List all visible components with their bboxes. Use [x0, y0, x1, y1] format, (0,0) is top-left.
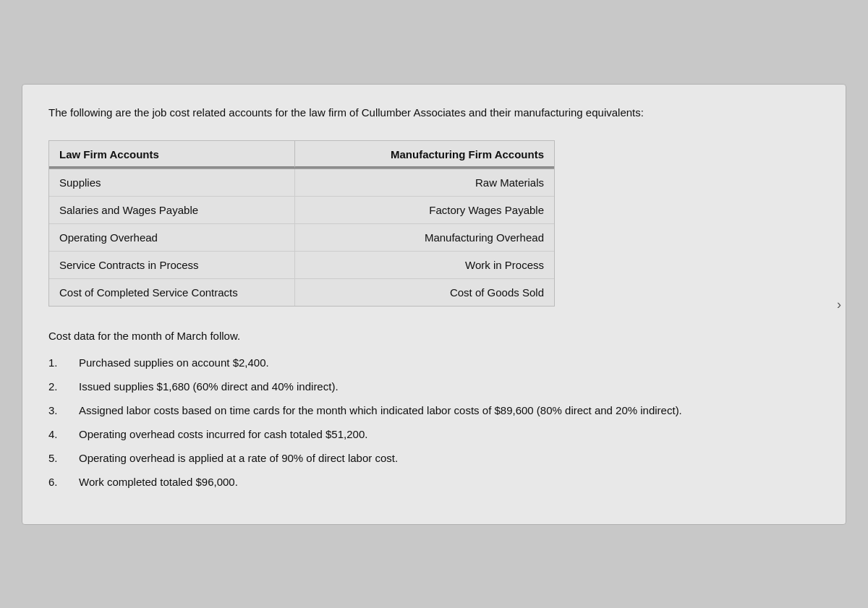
law-account-4: Service Contracts in Process	[49, 252, 295, 278]
manufacturing-firm-header: Manufacturing Firm Accounts	[295, 141, 554, 168]
accounts-row-2: Salaries and Wages Payable Factory Wages…	[49, 197, 554, 224]
item-text-5: Operating overhead is applied at a rate …	[79, 450, 820, 466]
item-number-5: 5.	[48, 450, 79, 466]
cost-list: 1. Purchased supplies on account $2,400.…	[48, 355, 820, 489]
accounts-table: Law Firm Accounts Manufacturing Firm Acc…	[48, 140, 555, 307]
item-text-1: Purchased supplies on account $2,400.	[79, 355, 820, 370]
mfg-account-1: Raw Materials	[295, 169, 554, 196]
accounts-row-1: Supplies Raw Materials	[49, 169, 554, 197]
main-card: The following are the job cost related a…	[22, 84, 846, 525]
item-number-2: 2.	[48, 379, 79, 394]
list-item: 6. Work completed totaled $96,000.	[48, 474, 820, 489]
list-item: 1. Purchased supplies on account $2,400.	[48, 355, 820, 370]
item-number-1: 1.	[48, 355, 79, 370]
accounts-row-4: Service Contracts in Process Work in Pro…	[49, 252, 554, 279]
item-text-4: Operating overhead costs incurred for ca…	[79, 427, 820, 442]
law-account-1: Supplies	[49, 169, 295, 196]
list-item: 4. Operating overhead costs incurred for…	[48, 427, 820, 442]
list-item: 5. Operating overhead is applied at a ra…	[48, 450, 820, 466]
law-account-3: Operating Overhead	[49, 224, 295, 251]
list-item: 3. Assigned labor costs based on time ca…	[48, 403, 820, 418]
mfg-account-2: Factory Wages Payable	[295, 197, 554, 223]
cost-data-heading: Cost data for the month of March follow.	[48, 330, 820, 342]
item-number-3: 3.	[48, 403, 79, 418]
mfg-account-4: Work in Process	[295, 252, 554, 278]
mfg-account-3: Manufacturing Overhead	[295, 224, 554, 251]
item-text-6: Work completed totaled $96,000.	[79, 474, 820, 489]
item-text-2: Issued supplies $1,680 (60% direct and 4…	[79, 379, 820, 394]
accounts-header-row: Law Firm Accounts Manufacturing Firm Acc…	[49, 141, 554, 169]
list-item: 2. Issued supplies $1,680 (60% direct an…	[48, 379, 820, 394]
item-number-6: 6.	[48, 474, 79, 489]
law-account-5: Cost of Completed Service Contracts	[49, 279, 295, 306]
intro-text: The following are the job cost related a…	[48, 105, 820, 120]
law-account-2: Salaries and Wages Payable	[49, 197, 295, 223]
law-firm-header: Law Firm Accounts	[49, 141, 295, 168]
accounts-row-3: Operating Overhead Manufacturing Overhea…	[49, 224, 554, 252]
accounts-row-5: Cost of Completed Service Contracts Cost…	[49, 279, 554, 306]
scroll-arrow-icon: ›	[837, 296, 841, 312]
item-text-3: Assigned labor costs based on time cards…	[79, 403, 820, 418]
item-number-4: 4.	[48, 427, 79, 442]
mfg-account-5: Cost of Goods Sold	[295, 279, 554, 306]
